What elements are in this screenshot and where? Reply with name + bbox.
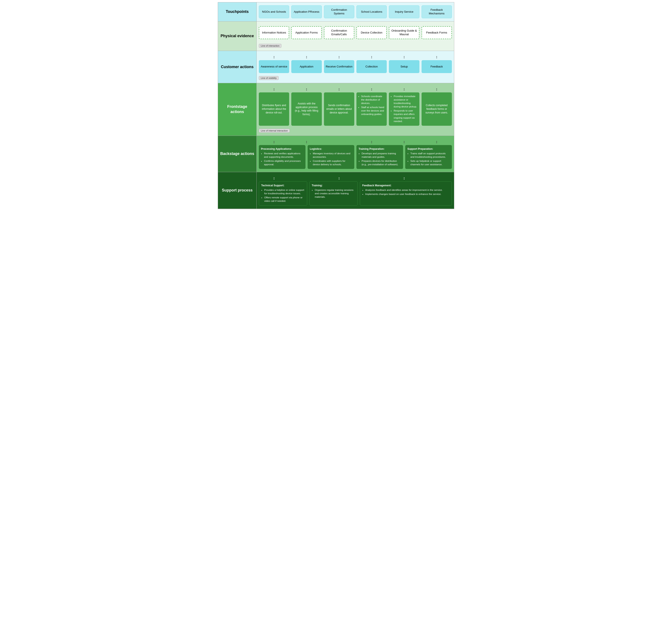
ca-application: Application xyxy=(291,60,322,73)
line-of-visibility-area: Line of visibility xyxy=(259,75,452,80)
sp-arrow-3: ↕ xyxy=(324,176,354,181)
bs-training-prep-list: Develops and prepares training materials… xyxy=(359,152,401,166)
fs-assists: Assists with the application process (e.… xyxy=(291,92,322,126)
sp-training-title: Training: xyxy=(312,184,355,187)
sp-arrow-6 xyxy=(422,176,452,181)
fs-arrow-3: ↕ xyxy=(324,87,354,91)
touchpoint-confirmation: Confirmation Systems xyxy=(324,5,354,18)
arrows-fs-to-bs: ↕ ↕ ↕ ↕ ↕ xyxy=(259,139,452,145)
bs-training-prep: Training Preparation: Develops and prepa… xyxy=(356,145,403,169)
frontstage-content: ↕ ↕ ↕ ↕ ↕ ↕ Distributes flyers and infor… xyxy=(257,83,454,136)
arrows-pe-to-ca: ↕ ↕ ↕ ↕ ↕ ↕ xyxy=(259,54,452,60)
bs-arrow-4: ↕ xyxy=(356,140,387,144)
sp-technical-title: Technical Support: xyxy=(261,184,305,187)
fs-sends-confirmation: Sends confirmation emails or letters abo… xyxy=(324,92,354,126)
sp-feedback-mgmt-title: Feedback Management: xyxy=(362,184,450,187)
line-of-interaction-area: Line of interaction xyxy=(259,42,452,48)
backstage-row: Processing Applications: Reviews and ver… xyxy=(259,145,452,169)
bs-logistics-list: Manages inventory of devices and accesso… xyxy=(310,152,352,166)
service-blueprint: Touchpoints NGOs and Schools Application… xyxy=(218,2,454,209)
touchpoint-ngos: NGOs and Schools xyxy=(259,5,289,18)
customer-actions-label: Customer actions xyxy=(218,51,257,83)
fs-arrow-4: ↕ xyxy=(356,87,387,91)
pe-onboarding-guide: Onboarding Guide & Maunal xyxy=(389,26,419,39)
bs-logistics: Logistics: Manages inventory of devices … xyxy=(308,145,354,169)
line-internal-label: Line of internal interaction xyxy=(259,129,290,133)
fs-schools-coordinate: Schools coordinate the distribution of d… xyxy=(356,92,387,126)
ca-feedback: Feedback xyxy=(422,60,452,73)
sp-training: Training: Organizes regular training ses… xyxy=(309,181,358,206)
sp-training-list: Organizes regular training sessions and … xyxy=(312,188,355,199)
line-of-internal-area: Line of internal interaction xyxy=(259,128,452,133)
touchpoint-school: School Locations xyxy=(356,5,387,18)
physical-evidence-label: Physical evidence xyxy=(218,21,257,51)
customer-actions-content: ↕ ↕ ↕ ↕ ↕ ↕ Awareness of service Applica… xyxy=(257,51,454,83)
support-label: Support process xyxy=(218,172,257,209)
arrow-1: ↕ xyxy=(259,55,289,59)
pe-device-collection: Device Collection xyxy=(356,26,387,39)
sp-arrow-2 xyxy=(291,176,322,181)
fs-collects-feedback: Collects completed feedback forms or sur… xyxy=(422,92,452,126)
bs-arrow-5: ↕ xyxy=(389,140,419,144)
fs-distributes: Distributes flyers and information about… xyxy=(259,92,289,126)
support-row: Technical Support: Provides a helpline o… xyxy=(259,181,452,206)
bs-logistics-title: Logistics: xyxy=(310,147,352,151)
backstage-label: Backstage actions xyxy=(218,136,257,172)
pe-application-forms: Application Forms xyxy=(291,26,322,39)
bs-support-prep-list: Trains staff on support protocols and tr… xyxy=(407,152,450,166)
sp-technical-list: Provides a helpline or online support fo… xyxy=(261,188,305,203)
touchpoint-inquiry: Inquiry Service xyxy=(389,5,419,18)
sp-arrow-1: ↕ xyxy=(259,176,289,181)
bs-processing-title: Processing Applications: xyxy=(261,147,303,151)
arrows-bs-to-sp: ↕ ↕ ↕ xyxy=(259,175,452,181)
pe-confirmation-emails: Confirmation Emails/Calls xyxy=(324,26,354,39)
sp-technical: Technical Support: Provides a helpline o… xyxy=(259,181,307,206)
fs-provides-assistance: Provides immediate assistance or trouble… xyxy=(389,92,419,126)
fs-arrow-1: ↕ xyxy=(259,87,289,91)
support-content: ↕ ↕ ↕ Technical Support: Provides a help… xyxy=(257,172,454,209)
touchpoint-application: Application PRocess xyxy=(291,5,322,18)
fs-arrow-5: ↕ xyxy=(389,87,419,91)
bs-arrow-2: ↕ xyxy=(291,140,322,144)
bs-training-prep-title: Training Preparation: xyxy=(359,147,401,151)
arrow-6: ↕ xyxy=(422,55,452,59)
pe-feedback-forms: Feedback Forms xyxy=(422,26,452,39)
line-visibility-label: Line of visibility xyxy=(259,76,279,80)
backstage-content: ↕ ↕ ↕ ↕ ↕ Processing Applications: Revie… xyxy=(257,136,454,172)
sp-arrow-4 xyxy=(356,176,387,181)
arrow-2: ↕ xyxy=(291,55,322,59)
ca-awareness: Awareness of service xyxy=(259,60,289,73)
touchpoints-row: NGOs and Schools Application PRocess Con… xyxy=(259,5,452,18)
frontstage-row: Distributes flyers and information about… xyxy=(259,92,452,126)
bs-arrow-1: ↕ xyxy=(259,140,289,144)
fs-arrow-2: ↕ xyxy=(291,87,322,91)
ca-receive-confirmation: Receive Confirmation xyxy=(324,60,354,73)
bs-support-prep-title: Support Preparation: xyxy=(407,147,450,151)
ca-collection: Collection xyxy=(356,60,387,73)
ca-setup: Setup xyxy=(389,60,419,73)
customer-actions-row: Awareness of service Application Receive… xyxy=(259,60,452,73)
touchpoints-content: NGOs and Schools Application PRocess Con… xyxy=(257,2,454,21)
touchpoints-label: Touchpoints xyxy=(218,2,257,21)
bs-arrow-3 xyxy=(324,140,354,144)
physical-evidence-row: Information Notices Application Forms Co… xyxy=(259,24,452,41)
fs-arrow-6: ↕ xyxy=(422,87,452,91)
arrow-4: ↕ xyxy=(356,55,387,59)
bs-processing-list: Reviews and verifies applications and su… xyxy=(261,152,303,166)
sp-arrow-5: ↕ xyxy=(389,176,419,181)
arrow-3: ↕ xyxy=(324,55,354,59)
frontstage-label: Frontstage actions xyxy=(218,83,257,136)
sp-feedback-mgmt: Feedback Management: Analyzes feedback a… xyxy=(360,181,452,206)
physical-evidence-content: Information Notices Application Forms Co… xyxy=(257,21,454,51)
bs-processing: Processing Applications: Reviews and ver… xyxy=(259,145,306,169)
arrows-ca-to-fs: ↕ ↕ ↕ ↕ ↕ ↕ xyxy=(259,86,452,92)
pe-info-notices: Information Notices xyxy=(259,26,289,39)
bs-support-prep: Support Preparation: Trains staff on sup… xyxy=(405,145,452,169)
line-interaction-label: Line of interaction xyxy=(259,44,282,48)
arrow-5: ↕ xyxy=(389,55,419,59)
touchpoint-feedback: Feedback Mechanisms xyxy=(422,5,452,18)
sp-feedback-mgmt-list: Analyzes feedback and identifies areas f… xyxy=(362,188,450,196)
bs-arrow-6: ↕ xyxy=(422,140,452,144)
